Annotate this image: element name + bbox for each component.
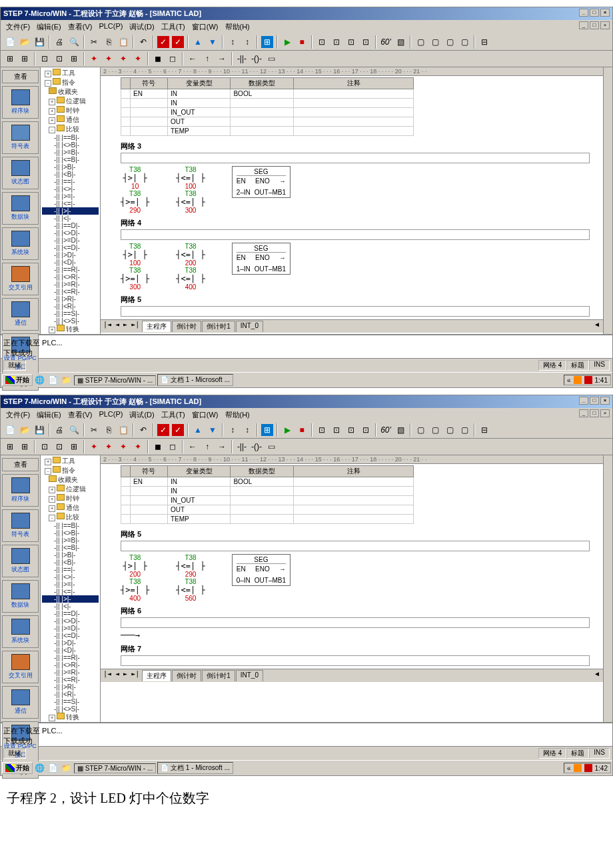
status3-icon[interactable]: ⊡ xyxy=(344,35,358,49)
mdi-max[interactable]: □ xyxy=(590,21,599,29)
save-icon[interactable]: 💾 xyxy=(33,35,46,49)
menu-bar: 文件(F) 编辑(E) 查看(V) PLC(P) 调试(D) 工具(T) 窗口(… xyxy=(1,20,612,34)
upload-icon[interactable]: ▲ xyxy=(191,35,205,49)
nav-cross-ref[interactable]: 交叉引用 xyxy=(2,263,39,295)
tray-icon-1[interactable] xyxy=(574,376,582,384)
preview-icon[interactable]: 🔍 xyxy=(67,35,81,49)
nav2-icon[interactable]: ↕ xyxy=(241,35,254,49)
box-icon[interactable]: ▭ xyxy=(265,52,278,65)
maximize-btn[interactable]: □ xyxy=(590,9,599,17)
nav1-icon[interactable]: ↕ xyxy=(226,35,239,49)
ql-2[interactable]: 📄 xyxy=(46,373,59,387)
minimize-btn[interactable]: _ xyxy=(579,397,588,405)
task-step7[interactable]: ▦ STEP 7-Micro/WIN - ... xyxy=(74,375,156,385)
db1-icon[interactable]: ▢ xyxy=(414,35,427,49)
tb2-5[interactable]: ⊞ xyxy=(67,52,81,65)
menu-view[interactable]: 查看(V) xyxy=(65,21,95,33)
tb2-r[interactable]: → xyxy=(215,52,229,65)
tab-sub2[interactable]: 倒计时1 xyxy=(202,321,235,332)
db3-icon[interactable]: ▢ xyxy=(443,35,456,49)
cut-icon[interactable]: ✂ xyxy=(87,35,101,49)
status4-icon[interactable]: ⊡ xyxy=(359,35,372,49)
nav-panel: 查看 程序块 符号表 状态图 数据块 系统块 交叉引用 通信 设置 PG/PC … xyxy=(1,67,41,334)
tb2-4[interactable]: ⊡ xyxy=(53,52,66,65)
var-table[interactable]: 符号变量类型数据类型注释 ENINBOOL IN IN_OUT OUT TEMP xyxy=(121,77,414,136)
paste-icon[interactable]: 📋 xyxy=(117,35,130,49)
insert-net-icon[interactable]: ✦ xyxy=(87,52,101,65)
status1-icon[interactable]: ⊡ xyxy=(315,35,328,49)
sim-icon[interactable]: ⊞ xyxy=(261,35,274,49)
mdi-close[interactable]: × xyxy=(600,21,610,29)
tb2-10[interactable]: ◼ xyxy=(151,52,165,65)
menu-window[interactable]: 窗口(W) xyxy=(189,21,221,33)
network-3-title[interactable] xyxy=(121,153,590,163)
nav-symbol-table[interactable]: 符号表 xyxy=(2,121,39,154)
nav-status-chart[interactable]: 状态图 xyxy=(2,157,39,189)
tb2-2[interactable]: ⊞ xyxy=(18,52,31,65)
status-mode: INS xyxy=(589,360,610,371)
nav-comm[interactable]: 通信 xyxy=(2,298,39,331)
tb2-3[interactable]: ⊡ xyxy=(38,52,51,65)
tab-int[interactable]: INT_0 xyxy=(236,321,263,332)
nav-program-block[interactable]: 程序块 xyxy=(2,86,39,119)
compile-icon[interactable]: ✓ xyxy=(157,35,170,49)
ql-1[interactable]: 🌐 xyxy=(33,373,46,387)
menu-debug[interactable]: 调试(D) xyxy=(127,21,157,33)
menu-help[interactable]: 帮助(H) xyxy=(223,21,253,33)
ruler: 2 · · · 3 · · · 4 · · · 5 · · · 6 · · · … xyxy=(101,67,603,76)
open-icon[interactable]: 📂 xyxy=(18,35,31,49)
menu-edit[interactable]: 编辑(E) xyxy=(34,21,64,33)
stop-icon[interactable]: ■ xyxy=(295,35,308,49)
tb2-l[interactable]: ← xyxy=(186,52,199,65)
menu-plc[interactable]: PLC(P) xyxy=(96,21,125,33)
coil-icon[interactable]: -()- xyxy=(250,52,263,65)
tb2-u[interactable]: ↑ xyxy=(201,52,214,65)
undo-icon[interactable]: ↶ xyxy=(137,35,150,49)
mdi-min[interactable]: _ xyxy=(579,21,588,29)
db5-icon[interactable]: ⊟ xyxy=(478,35,491,49)
task-word[interactable]: 📄 文档 1 - Microsoft ... xyxy=(157,374,233,386)
bin-icon[interactable]: 60' xyxy=(379,35,392,49)
copy-icon[interactable]: ⎘ xyxy=(102,35,115,49)
scrollbar[interactable] xyxy=(603,67,612,334)
ql-3[interactable]: 📁 xyxy=(59,373,73,387)
minimize-btn[interactable]: _ xyxy=(579,9,588,17)
code-panel[interactable]: 2 · · · 3 · · · 4 · · · 5 · · · 6 · · · … xyxy=(101,67,603,334)
close-btn[interactable]: × xyxy=(600,9,610,17)
tree-panel[interactable]: +工具 -指令 收藏夹 +位逻辑 +时钟 +通信 -比较 -|| |==B|- … xyxy=(41,67,101,334)
status2-icon[interactable]: ⊡ xyxy=(330,35,343,49)
network-4-ladder[interactable]: T38┤>| ├100 T38┤>=| ├300 T38┤<=| ├200 T3… xyxy=(121,243,603,291)
windows-icon xyxy=(5,376,15,384)
db4-icon[interactable]: ▢ xyxy=(458,35,471,49)
system-tray[interactable]: « 1:41 xyxy=(564,375,611,385)
close-btn[interactable]: × xyxy=(600,397,610,405)
network-5-title[interactable] xyxy=(121,306,590,317)
network-3-ladder[interactable]: T38┤>| ├10 T38┤>=| ├290 T38┤<=| ├100 T38… xyxy=(121,166,603,214)
tb2-9[interactable]: ✦ xyxy=(131,52,145,65)
nav-data-block[interactable]: 数据块 xyxy=(2,192,39,225)
tb2-8[interactable]: ✦ xyxy=(117,52,130,65)
tb2-11[interactable]: ◻ xyxy=(166,52,179,65)
force-icon[interactable]: ▧ xyxy=(394,35,407,49)
menu-tools[interactable]: 工具(T) xyxy=(159,21,188,33)
run-icon[interactable]: ▶ xyxy=(281,35,294,49)
output-panel: 正在下载至 PLC... 下载成功 xyxy=(1,334,612,358)
tray-icon-2[interactable] xyxy=(584,376,592,384)
db2-icon[interactable]: ▢ xyxy=(428,35,442,49)
nav-system-block[interactable]: 系统块 xyxy=(2,227,39,260)
tab-sub1[interactable]: 倒计时 xyxy=(172,321,201,332)
tb2-1[interactable]: ⊞ xyxy=(3,52,17,65)
maximize-btn[interactable]: □ xyxy=(590,397,599,405)
msg-line1: 正在下载至 PLC... xyxy=(3,338,610,348)
compile-all-icon[interactable]: ✓ xyxy=(171,35,185,49)
tab-nav[interactable]: |◄ ◄ ► ►| xyxy=(103,321,139,332)
menu-file[interactable]: 文件(F) xyxy=(3,21,33,33)
tab-main[interactable]: 主程序 xyxy=(142,321,171,332)
del-net-icon[interactable]: ✦ xyxy=(102,52,115,65)
contact-icon[interactable]: -||- xyxy=(235,52,249,65)
start-button[interactable]: 开始 xyxy=(2,374,33,386)
new-icon[interactable]: 📄 xyxy=(3,35,17,49)
download-icon[interactable]: ▼ xyxy=(206,35,219,49)
network-4-title[interactable] xyxy=(121,229,590,240)
print-icon[interactable]: 🖨 xyxy=(53,35,66,49)
